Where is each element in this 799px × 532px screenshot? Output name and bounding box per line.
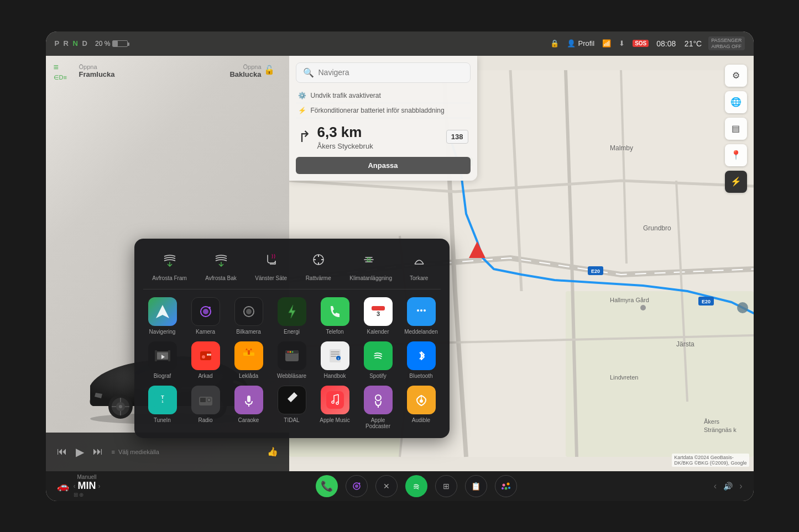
profile-button[interactable]: 👤 Profil bbox=[567, 39, 595, 48]
app-tunein[interactable]: T1 TuneIn bbox=[143, 386, 182, 429]
quick-ctrl-avfrosta-fram[interactable]: Avfrosta Fram bbox=[152, 247, 187, 281]
volume-control[interactable]: 🔊 bbox=[723, 482, 733, 491]
download-icon: ⬇ bbox=[619, 39, 625, 48]
door-front-label[interactable]: Öppna Framlucka bbox=[79, 64, 115, 78]
quick-ctrl-torkare[interactable]: Torkare bbox=[407, 247, 431, 281]
preconditioning-info: ⚡ Förkonditionerar batteriet inför snabb… bbox=[296, 103, 471, 118]
wheel-heat-icon bbox=[306, 247, 331, 272]
map-lightning-button[interactable]: ⚡ bbox=[725, 171, 747, 193]
taskbar-camera-button[interactable] bbox=[346, 475, 368, 497]
seat-heat-icon bbox=[259, 247, 283, 272]
airbag-badge: PASSENGER AIRBAG OFF bbox=[708, 36, 744, 51]
app-arkad[interactable]: Arkad bbox=[186, 341, 225, 379]
svg-point-65 bbox=[202, 355, 205, 359]
handbok-icon: i bbox=[321, 341, 349, 370]
svg-rect-90 bbox=[200, 398, 206, 402]
door-rear-label[interactable]: Öppna Baklucka 🔓 bbox=[229, 64, 261, 78]
app-kalender[interactable]: 3 Kalender bbox=[359, 297, 398, 335]
nav-search-input[interactable] bbox=[318, 68, 463, 77]
caraoke-icon bbox=[234, 386, 263, 414]
thumbs-up-button[interactable]: 👍 bbox=[267, 446, 278, 457]
car-status-icon[interactable]: 🚗 bbox=[57, 480, 69, 492]
map-list-button[interactable]: ▤ bbox=[725, 118, 747, 140]
app-webblasare[interactable]: Webbläsare bbox=[273, 341, 311, 379]
app-telefon[interactable]: Telefon bbox=[316, 297, 354, 335]
app-apple-music[interactable]: Apple Music bbox=[316, 386, 354, 429]
prev-track-button[interactable]: ⏮ bbox=[57, 446, 67, 457]
play-button[interactable]: ▶ bbox=[76, 445, 84, 459]
taskbar-party-button[interactable] bbox=[495, 475, 517, 497]
nav-search-bar[interactable]: 🔍 bbox=[296, 62, 471, 83]
media-source-icon: ≡ bbox=[112, 449, 115, 455]
app-leklada[interactable]: Leklåda bbox=[229, 341, 268, 379]
map-location-button[interactable]: 📍 bbox=[725, 144, 747, 166]
svg-marker-72 bbox=[250, 348, 252, 350]
settings-icon: ⚙️ bbox=[298, 92, 306, 99]
svg-text:Åkers: Åkers bbox=[704, 418, 720, 425]
app-spotify[interactable]: Spotify bbox=[359, 341, 398, 379]
svg-rect-62 bbox=[168, 350, 170, 361]
chevron-left-icon[interactable]: ‹ bbox=[714, 481, 717, 491]
svg-rect-54 bbox=[372, 306, 385, 310]
svg-point-111 bbox=[508, 487, 510, 489]
unlock-icon: 🔓 bbox=[264, 65, 275, 75]
defrost-rear-icon bbox=[209, 247, 233, 272]
app-handbok[interactable]: i Handbok bbox=[316, 341, 354, 379]
app-bilkamera[interactable]: Bilkamera bbox=[229, 297, 268, 335]
app-grid: Navigering Kamera Bilkamera bbox=[143, 297, 441, 429]
customize-button[interactable]: Anpassa bbox=[296, 157, 471, 174]
app-navigering[interactable]: Navigering bbox=[143, 297, 182, 335]
quick-ctrl-vanster-sate[interactable]: Vänster Säte bbox=[255, 247, 287, 281]
next-track-button[interactable]: ⏭ bbox=[93, 446, 103, 457]
taskbar-close-button[interactable]: ✕ bbox=[375, 475, 398, 497]
top-center-controls: 🔒 👤 Profil 📶 ⬇ SOS 08:08 21°C bbox=[550, 39, 702, 48]
svg-text:Hallmyra Gård: Hallmyra Gård bbox=[610, 297, 649, 303]
svg-point-110 bbox=[504, 487, 507, 489]
taskbar-contacts-button[interactable]: 📋 bbox=[465, 475, 487, 497]
media-source-display[interactable]: ≡ Välj mediekälla bbox=[112, 449, 159, 455]
app-biograf[interactable]: Biograf bbox=[143, 341, 182, 379]
app-kamera[interactable]: Kamera bbox=[186, 297, 225, 335]
quick-ctrl-avfrosta-bak[interactable]: Avfrosta Bak bbox=[205, 247, 237, 281]
svg-point-108 bbox=[502, 483, 505, 486]
turn-icon: ↱ bbox=[298, 128, 311, 146]
prnd-display: P R N D bbox=[55, 39, 88, 48]
destination-name: Åkers Styckebruk bbox=[317, 142, 440, 150]
drive-mode-label: Manuell bbox=[74, 474, 101, 480]
svg-point-52 bbox=[246, 309, 252, 314]
app-apple-podcaster[interactable]: Apple Podcaster bbox=[359, 386, 398, 429]
quick-ctrl-rattvärme[interactable]: Rattvärme bbox=[306, 247, 331, 281]
svg-point-50 bbox=[208, 307, 211, 309]
nav-panel: 🔍 ⚙️ Undvik trafik avaktiverat ⚡ Förkond… bbox=[289, 56, 477, 181]
taskbar-phone-button[interactable]: 📞 bbox=[316, 475, 338, 497]
app-radio[interactable]: Radio bbox=[186, 386, 225, 429]
app-caraoke[interactable]: Caraoke bbox=[229, 386, 268, 429]
apple-podcaster-icon bbox=[364, 386, 393, 414]
volume-icon: 🔊 bbox=[723, 482, 733, 491]
traffic-info: ⚙️ Undvik trafik avaktiverat bbox=[296, 88, 471, 103]
app-audible[interactable]: Audible bbox=[402, 386, 441, 429]
app-tidal[interactable]: TIDAL bbox=[273, 386, 311, 429]
navigering-icon bbox=[148, 297, 177, 326]
wiper-label: Torkare bbox=[410, 275, 428, 281]
taskbar-grid-button[interactable]: ⊞ bbox=[435, 475, 457, 497]
quick-ctrl-klimatanlaggning[interactable]: Klimatanläggning bbox=[349, 247, 388, 281]
sos-badge[interactable]: SOS bbox=[633, 40, 649, 47]
svg-marker-71 bbox=[246, 348, 248, 350]
chevron-right-icon[interactable]: › bbox=[739, 481, 742, 491]
app-bluetooth[interactable]: Bluetooth bbox=[402, 341, 441, 379]
defrost-front-icon bbox=[158, 247, 182, 272]
seat-heat-label: Vänster Säte bbox=[255, 275, 287, 281]
app-energi[interactable]: Energi bbox=[273, 297, 311, 335]
app-meddelanden[interactable]: Meddelanden bbox=[402, 297, 441, 335]
arrow-left-icon: ‹ bbox=[74, 482, 76, 490]
webblasare-icon bbox=[278, 341, 306, 370]
map-3d-button[interactable]: 🌐 bbox=[725, 91, 747, 113]
map-layers-button[interactable]: ⚙ bbox=[725, 65, 747, 87]
taskbar-spotify-button[interactable] bbox=[405, 475, 427, 497]
svg-rect-94 bbox=[247, 396, 250, 402]
distance-info: 6,3 km Åkers Styckebruk bbox=[317, 124, 440, 150]
svg-point-109 bbox=[506, 482, 509, 485]
svg-text:Lindvreten: Lindvreten bbox=[610, 374, 638, 381]
svg-text:Järsta: Järsta bbox=[676, 340, 694, 348]
